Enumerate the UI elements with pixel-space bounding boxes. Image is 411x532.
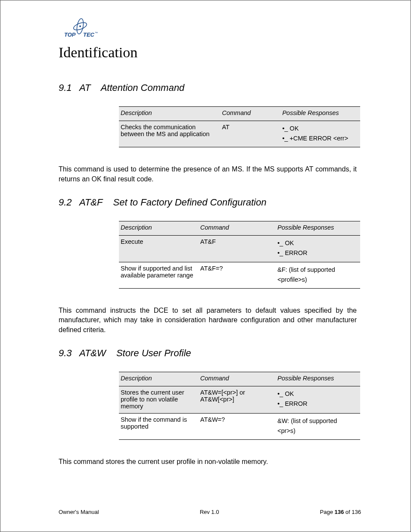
table-header-description: Description	[119, 372, 199, 386]
section-name: Set to Factory Defined Configuration	[113, 197, 267, 208]
footer-center: Rev 1.0	[200, 509, 219, 515]
toptec-logo-icon: TOP TEC ™	[59, 18, 102, 38]
table-header-command: Command	[199, 221, 276, 236]
cell-command: AT&F=?	[199, 262, 276, 288]
table-header-description: Description	[119, 221, 199, 236]
cell-command: AT&W=[<pr>] or AT&W[<pr>]	[199, 386, 276, 414]
cell-description: Checks the communication between the MS …	[119, 121, 220, 147]
cell-description: Show if the command is supported	[119, 414, 199, 440]
svg-point-2	[79, 25, 81, 27]
command-table-9-2: Description Command Possible Responses E…	[119, 221, 360, 289]
footer-left: Owner's Manual	[59, 509, 99, 515]
section-name: Store User Profile	[116, 348, 191, 358]
section-name: Attention Command	[101, 82, 184, 93]
cell-description: Execute	[119, 236, 199, 262]
table-header-command: Command	[199, 372, 276, 386]
table-header-command: Command	[220, 107, 280, 121]
section-cmd: AT&F	[79, 197, 103, 208]
section-cmd: AT&W	[79, 348, 106, 358]
cell-responses: &W: (list of supported <pr>s)	[276, 414, 360, 440]
table-row: Stores the current user profile to non v…	[119, 386, 360, 414]
cell-responses: •_ OK •_ ERROR	[276, 236, 360, 262]
section-number: 9.3	[59, 348, 72, 358]
logo: TOP TEC ™	[59, 18, 389, 40]
cell-description: Show if supported and list available par…	[119, 262, 199, 288]
section-heading-9-3: 9.3 AT&W Store User Profile	[59, 348, 389, 359]
svg-text:TOP: TOP	[64, 31, 76, 38]
cell-responses: •_ OK •_ +CME ERROR <err>	[280, 121, 360, 147]
table-header-responses: Possible Responses	[276, 372, 360, 386]
cell-command: AT	[220, 121, 280, 147]
table-row: Show if supported and list available par…	[119, 262, 360, 288]
document-page: TOP TEC ™ Identification 9.1 AT Attentio…	[0, 0, 411, 532]
svg-text:™: ™	[95, 31, 98, 34]
table-row: Show if the command is supported AT&W=? …	[119, 414, 360, 440]
page-footer: Owner's Manual Rev 1.0 Page 136 of 136	[59, 509, 361, 515]
cell-description: Stores the current user profile to non v…	[119, 386, 199, 414]
cell-command: AT&W=?	[199, 414, 276, 440]
command-table-9-3: Description Command Possible Responses S…	[119, 372, 360, 440]
table-row: Execute AT&F •_ OK •_ ERROR	[119, 236, 360, 262]
cell-responses: &F: (list of supported <profile>s)	[276, 262, 360, 288]
cell-responses: •_ OK •_ ERROR	[276, 386, 360, 414]
section-heading-9-2: 9.2 AT&F Set to Factory Defined Configur…	[59, 197, 389, 208]
command-table-9-1: Description Command Possible Responses C…	[119, 106, 360, 147]
table-header-description: Description	[119, 107, 220, 121]
footer-page-number: Page 136 of 136	[320, 509, 361, 515]
table-header-responses: Possible Responses	[276, 221, 360, 236]
svg-text:TEC: TEC	[83, 31, 95, 38]
section-cmd: AT	[79, 82, 90, 93]
table-header-responses: Possible Responses	[280, 107, 360, 121]
cell-command: AT&F	[199, 236, 276, 262]
section-number: 9.2	[59, 197, 72, 208]
section-number: 9.1	[59, 82, 72, 93]
section-heading-9-1: 9.1 AT Attention Command	[59, 82, 389, 93]
section-body-9-1: This command is used to determine the pr…	[59, 165, 357, 184]
section-body-9-2: This command instructs the DCE to set al…	[59, 306, 357, 335]
page-title: Identification	[59, 44, 389, 61]
table-row: Checks the communication between the MS …	[119, 121, 360, 147]
section-body-9-3: This command stores the current user pro…	[59, 457, 357, 467]
